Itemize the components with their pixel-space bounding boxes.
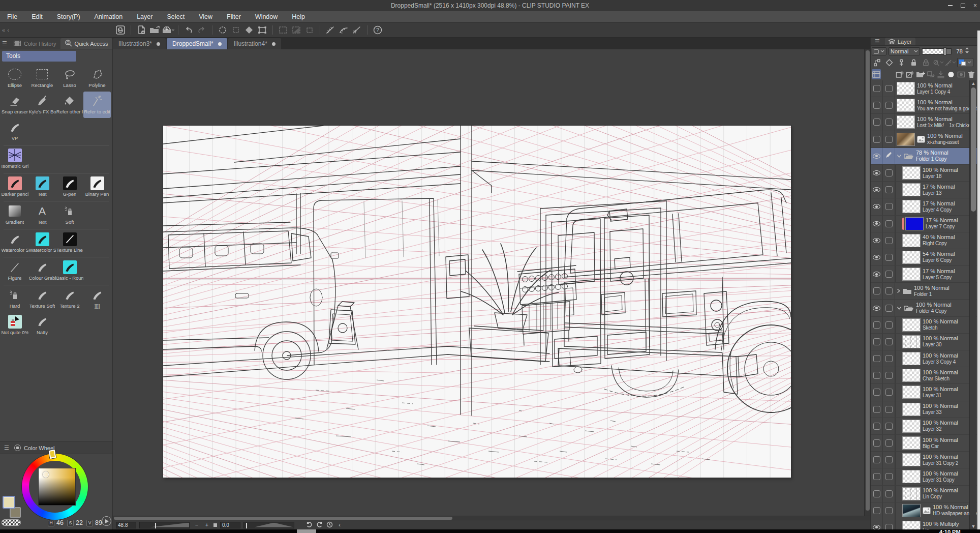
layer-thumbnail[interactable] <box>902 420 921 433</box>
layer-draft-cell[interactable] <box>883 435 895 451</box>
layer-row-layer-4-copy[interactable]: 17 % Normal Layer 4 Copy <box>871 198 977 215</box>
layer-visibility-toggle[interactable] <box>871 452 883 468</box>
tool-ellipse[interactable]: Ellipse <box>1 65 28 92</box>
tool-figure[interactable]: Figure <box>1 258 28 284</box>
tool-refer-other-l[interactable]: Refer other l <box>56 92 83 118</box>
layer-draft-cell[interactable] <box>883 468 895 485</box>
layer-name[interactable]: Folder 1 Copy <box>916 156 948 162</box>
wheel-shape-toggle[interactable] <box>102 516 111 526</box>
tool-test[interactable]: Test <box>28 174 56 200</box>
zoom-in-button[interactable]: + <box>203 522 210 528</box>
layer-name[interactable]: Layer 33 <box>923 409 958 416</box>
layer-thumbnail[interactable] <box>902 521 921 529</box>
menu-item-animation[interactable]: Animation <box>87 11 130 22</box>
layer-visibility-toggle[interactable] <box>871 401 883 418</box>
open-file-icon[interactable] <box>148 24 161 36</box>
menu-item-window[interactable]: Window <box>248 11 285 22</box>
zoom-value-field[interactable]: 48.8 <box>116 522 136 528</box>
layer-thumbnail[interactable] <box>902 352 921 365</box>
layer-row-lin[interactable]: 100 % Multiply Lin <box>871 519 977 529</box>
layer-draft-cell[interactable] <box>883 317 895 333</box>
menu-item-help[interactable]: Help <box>285 11 312 22</box>
layer-row-hd-wallpaper-anime[interactable]: 100 % Normal HD-wallpaper-anime <box>871 502 977 519</box>
layer-row-folder-1-copy[interactable]: 78 % Normal Folder 1 Copy <box>871 148 977 165</box>
tool-text[interactable]: AText <box>28 202 56 228</box>
layer-thumbnail[interactable] <box>902 251 921 264</box>
layer-draft-cell[interactable] <box>883 401 895 418</box>
layer-visibility-toggle[interactable] <box>871 334 883 350</box>
layer-visibility-toggle[interactable] <box>871 97 883 113</box>
layer-row-folder-1[interactable]: 100 % Normal Folder 1 <box>871 283 977 300</box>
tool-hard[interactable]: Hard <box>1 286 28 312</box>
save-file-icon[interactable] <box>161 24 174 36</box>
toolbar-scroll-arrows[interactable]: «‹ <box>2 23 9 37</box>
tool-colour-grabb[interactable]: Colour Grabb <box>28 258 56 284</box>
tool-isometric-grid[interactable]: Isometric Grid <box>1 146 28 172</box>
layer-thumbnail[interactable] <box>902 470 921 483</box>
layer-thumbnail[interactable] <box>897 133 915 146</box>
layer-thumbnail[interactable] <box>902 200 921 213</box>
zoom-slider[interactable] <box>139 522 190 528</box>
tool-[interactable]: ]]]] <box>83 286 111 312</box>
layer-draft-cell[interactable] <box>883 216 895 232</box>
layer-visibility-toggle[interactable] <box>871 350 883 367</box>
layer-visibility-toggle[interactable] <box>871 232 883 249</box>
layer-visibility-toggle[interactable] <box>871 317 883 333</box>
tool-binary-pen[interactable]: Binary Pen <box>83 174 111 200</box>
close-icon[interactable]: × <box>973 3 977 9</box>
tool-watercolor-s[interactable]: Watercolor S <box>28 230 56 256</box>
layer-row-lost-1x-milk-1x-chicken[interactable]: 100 % Normal Lost:1x Milk! 1x Chicken! <box>871 114 977 131</box>
layer-draft-cell[interactable] <box>883 131 895 147</box>
layer-row-layer-5-copy[interactable]: 17 % Normal Layer 5 Copy <box>871 266 977 283</box>
layer-row-layer-1-copy-4[interactable]: 100 % Normal Layer 1 Copy 4 <box>871 80 977 97</box>
tool-not-quite-0[interactable]: Not quite 0% <box>1 312 28 339</box>
tool-g-pen[interactable]: G-pen <box>56 174 83 200</box>
minimize-icon[interactable] <box>948 5 953 6</box>
canvas-vscrollbar[interactable] <box>864 49 870 516</box>
layer-visibility-toggle[interactable] <box>871 182 883 198</box>
layer-thumbnail[interactable] <box>902 183 921 196</box>
layer-visibility-toggle[interactable] <box>871 486 883 502</box>
layer-visibility-toggle[interactable] <box>871 80 883 97</box>
layer-row-layer-33[interactable]: 100 % Normal Layer 33 <box>871 401 977 418</box>
marquee-rect-icon[interactable] <box>277 24 290 36</box>
dock-edge-strip[interactable] <box>977 31 980 529</box>
csp-logo-icon[interactable] <box>114 24 127 36</box>
layer-thumbnail[interactable] <box>902 166 921 180</box>
layer-draft-cell[interactable] <box>883 266 895 282</box>
layer-name[interactable]: Right Copy <box>923 241 955 247</box>
layer-row-layer-30[interactable]: 100 % Normal Layer 30 <box>871 334 977 350</box>
layer-visibility-toggle[interactable] <box>871 519 883 529</box>
layer-visibility-toggle[interactable] <box>871 216 883 232</box>
layer-list-scrollbar[interactable]: ▲ ▼ <box>969 80 976 529</box>
fill-diamond-icon[interactable] <box>242 24 256 36</box>
rotation-value-field[interactable]: 0.0 <box>220 522 240 528</box>
layer-draft-cell[interactable] <box>883 300 895 316</box>
keyframe-icon[interactable] <box>884 58 895 68</box>
rotate-right-icon[interactable] <box>316 521 323 528</box>
layer-visibility-toggle[interactable] <box>871 300 883 316</box>
layer-thumbnail[interactable] <box>902 234 921 247</box>
layer-visibility-toggle[interactable] <box>871 198 883 215</box>
tool-rectangle[interactable]: Rectangle <box>28 65 56 92</box>
layer-visibility-toggle[interactable] <box>871 266 883 282</box>
tool-natty[interactable]: Natty <box>28 312 56 339</box>
dock-tab-quick-access[interactable]: QQuick Access <box>60 38 112 49</box>
layer-name[interactable]: Layer 32 <box>923 426 958 432</box>
layer-draft-cell[interactable] <box>883 486 895 502</box>
layer-name[interactable]: Sketch <box>923 325 958 331</box>
canvas[interactable] <box>163 126 791 478</box>
palette-view-toggle[interactable] <box>872 69 881 79</box>
tool-polyline[interactable]: Polyline <box>83 65 111 92</box>
transfer-down-icon[interactable] <box>926 70 935 79</box>
layer-draft-cell[interactable] <box>883 198 895 215</box>
layer-draft-cell[interactable] <box>883 283 895 299</box>
layer-name[interactable]: xi-zhang-asset <box>927 139 963 145</box>
layer-visibility-toggle[interactable] <box>871 435 883 451</box>
tools-panel-menu-icon[interactable]: ☰ <box>0 38 9 49</box>
new-vector-layer-icon[interactable] <box>905 70 914 79</box>
layer-name[interactable]: Layer 6 Copy <box>923 257 955 263</box>
layer-name[interactable]: Lost:1x Milk! 1x Chicken! <box>917 123 974 129</box>
layer-draft-cell[interactable] <box>883 165 895 181</box>
tool-texture-soft[interactable]: Texture Soft <box>28 286 56 312</box>
